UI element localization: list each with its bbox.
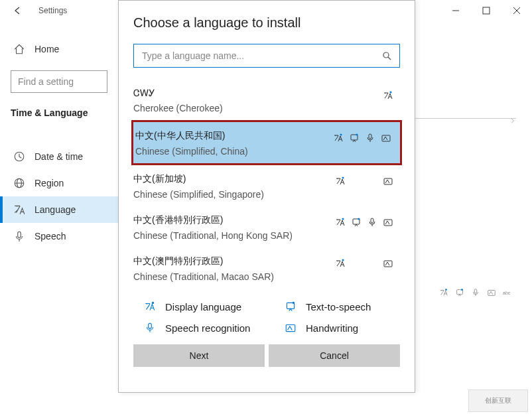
- home-icon: [13, 43, 25, 55]
- sidebar-home[interactable]: Home: [0, 36, 118, 62]
- handwriting-icon: [383, 217, 393, 228]
- language-english: Chinese (Simplified, China): [135, 146, 398, 157]
- minimize-button[interactable]: [440, 0, 471, 21]
- sidebar-item-datetime[interactable]: Date & time: [0, 143, 118, 170]
- chevron-right-icon: [509, 115, 516, 128]
- display-icon: [335, 258, 346, 269]
- mic-icon: [367, 217, 377, 228]
- feature-legend: Display language Text-to-speech Speech r…: [133, 289, 400, 344]
- search-icon: [382, 51, 391, 60]
- search-placeholder-text: Find a setting: [18, 76, 74, 87]
- language-item-chinese-simplified-singapore[interactable]: 中文(新加坡) Chinese (Simplified, Singapore): [133, 165, 400, 206]
- legend-label: Speech recognition: [165, 322, 250, 334]
- language-search-input[interactable]: [142, 50, 366, 61]
- legend-speech: Speech recognition: [144, 322, 253, 334]
- cancel-button[interactable]: Cancel: [269, 344, 400, 367]
- tts-icon: [349, 133, 360, 143]
- mic-icon: [471, 288, 480, 297]
- sidebar-item-language[interactable]: Language: [0, 196, 118, 223]
- minimize-icon: [451, 6, 460, 15]
- feature-icons-row: [439, 288, 512, 297]
- language-item-chinese-traditional-macao[interactable]: 中文(澳門特別行政區) Chinese (Traditional, Macao …: [133, 247, 400, 289]
- close-button[interactable]: [501, 0, 532, 21]
- globe-icon: [13, 177, 25, 189]
- watermark: 创新互联: [468, 389, 528, 412]
- home-label: Home: [34, 44, 59, 54]
- legend-label: Handwriting: [306, 322, 358, 334]
- language-native: ᏣᎳᎩ: [133, 88, 400, 99]
- display-icon: [383, 90, 393, 101]
- maximize-icon: [482, 6, 491, 15]
- display-icon: [335, 176, 346, 186]
- clock-icon: [13, 151, 25, 163]
- language-icon: [13, 204, 25, 216]
- language-english: Chinese (Traditional, Hong Kong SAR): [133, 230, 400, 241]
- mic-icon: [365, 133, 375, 143]
- next-button[interactable]: Next: [133, 344, 265, 367]
- sidebar-item-speech[interactable]: Speech: [0, 223, 118, 249]
- legend-tts: Text-to-speech: [285, 301, 393, 312]
- language-item-chinese-traditional-hk[interactable]: 中文(香港特別行政區) Chinese (Traditional, Hong K…: [133, 206, 400, 247]
- tts-icon: [351, 217, 362, 228]
- back-button[interactable]: [7, 0, 28, 21]
- handwriting-icon: [285, 322, 297, 334]
- abc-icon: [503, 288, 512, 297]
- language-english: Chinese (Simplified, Singapore): [133, 189, 400, 200]
- sidebar-item-label: Speech: [34, 231, 66, 242]
- language-install-dialog: Choose a language to install ᏣᎳᎩ Cheroke…: [118, 0, 415, 393]
- language-search-box[interactable]: [133, 44, 400, 68]
- language-item-cherokee[interactable]: ᏣᎳᎩ Cherokee (Cherokee): [133, 80, 400, 120]
- legend-label: Display language: [165, 301, 241, 312]
- close-icon: [512, 6, 521, 15]
- maximize-button[interactable]: [471, 0, 501, 21]
- window-title: Settings: [38, 6, 67, 15]
- legend-label: Text-to-speech: [306, 301, 371, 312]
- mic-icon: [144, 322, 156, 334]
- sidebar-item-label: Date & time: [34, 151, 83, 162]
- display-icon: [335, 217, 346, 228]
- display-icon: [144, 301, 156, 312]
- sidebar-item-label: Region: [34, 178, 64, 188]
- language-item-chinese-simplified-china[interactable]: 中文(中华人民共和国) Chinese (Simplified, China): [131, 120, 402, 165]
- mic-icon: [13, 230, 25, 242]
- sidebar-search[interactable]: Find a setting: [11, 70, 107, 93]
- display-icon: [439, 288, 448, 297]
- display-icon: [333, 133, 344, 143]
- handwriting-icon: [381, 133, 391, 143]
- handwriting-icon: [383, 176, 393, 186]
- sidebar-item-region[interactable]: Region: [0, 170, 118, 196]
- handwriting-icon: [383, 258, 393, 269]
- legend-display: Display language: [144, 301, 253, 312]
- dialog-title: Choose a language to install: [133, 15, 400, 31]
- sidebar-section-header: Time & Language: [0, 107, 118, 118]
- tts-icon: [455, 288, 464, 297]
- language-list: ᏣᎳᎩ Cherokee (Cherokee) 中文(中华人民共和国) Chin…: [133, 80, 400, 289]
- language-english: Cherokee (Cherokee): [133, 103, 400, 113]
- tts-icon: [285, 301, 297, 312]
- legend-handwriting: Handwriting: [285, 322, 393, 334]
- sidebar: Home Find a setting Time & Language Date…: [0, 21, 118, 416]
- language-english: Chinese (Traditional, Macao SAR): [133, 271, 400, 282]
- sidebar-item-label: Language: [34, 204, 76, 215]
- handwriting-icon: [487, 288, 496, 297]
- back-icon: [13, 5, 22, 16]
